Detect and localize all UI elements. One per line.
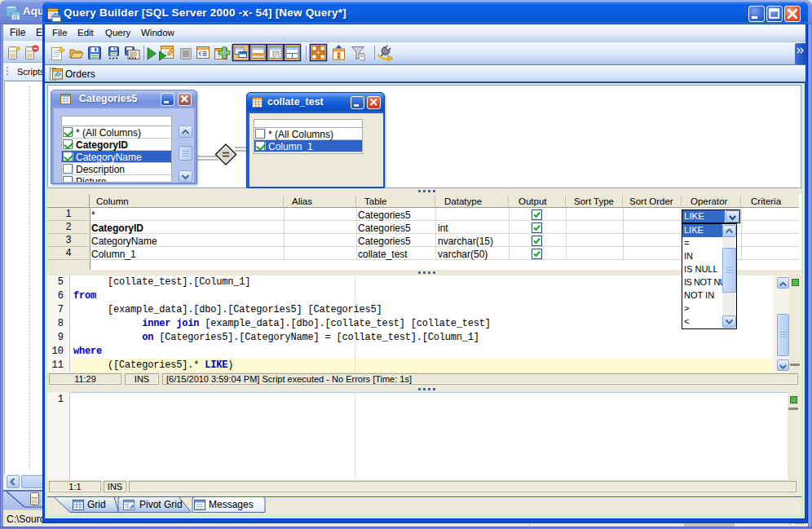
svg-text:Pivot Grid: Pivot Grid <box>139 499 183 510</box>
svg-text:Messages: Messages <box>209 499 254 510</box>
svg-text:Grid: Grid <box>87 499 106 510</box>
